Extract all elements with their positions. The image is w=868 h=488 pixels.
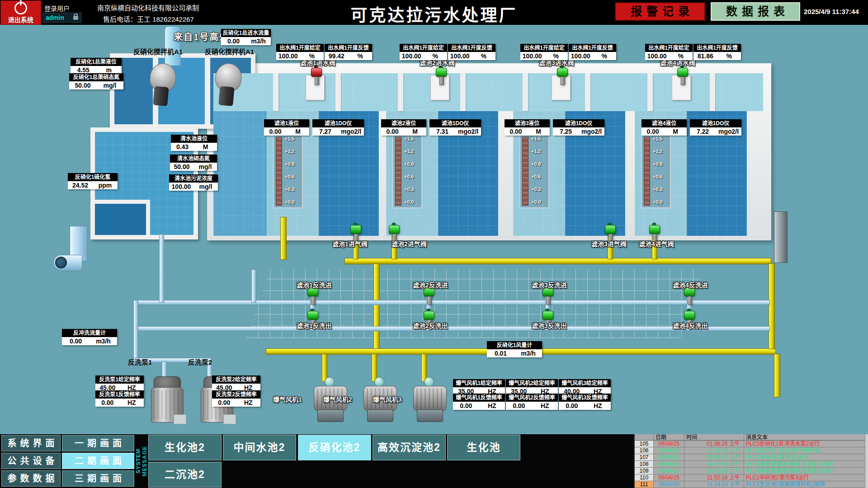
gauge-box: 爆气风机2反馈频率0.00HZ: [506, 394, 558, 410]
nav-phase-3[interactable]: 三期画面: [62, 470, 134, 487]
gauge-box[interactable]: 反洗泵1给定频率45.00HZ: [95, 375, 144, 392]
table-scrollbar[interactable]: [865, 434, 868, 488]
gauge-value-row: 0.00m3/h: [62, 337, 117, 345]
plant-label: 反硝化搅拌机A1: [205, 47, 254, 56]
gauge-box[interactable]: 出水阀1开度给定100.00%: [400, 44, 447, 60]
ruler-tick-label: +1.5: [285, 136, 302, 141]
gauge-box[interactable]: 出水阀1开度给定100.00%: [520, 44, 568, 60]
gauge-value-row: 50.00mg/l: [69, 81, 123, 89]
message-text: PLC1生化池2双曲面搅拌机2故障: [744, 481, 866, 488]
gauge-value: 100.00: [569, 52, 593, 60]
gauge-box[interactable]: 反洗泵2给定频率45.00HZ: [212, 375, 260, 392]
gauge-box[interactable]: 爆气风机2给定频率35.00HZ: [506, 379, 558, 395]
gauge-label: 爆气风机2反馈频率: [506, 394, 558, 402]
gauge-box[interactable]: 出水阀1开度给定100.00%: [645, 44, 693, 60]
valve-open-icon[interactable]: [307, 286, 318, 305]
message-time: 11:14:24 上午: [684, 481, 744, 488]
gauge-value-row: 0.00HZ: [453, 402, 505, 410]
gauge-box[interactable]: 出水阀1开度给定100.00%: [276, 44, 324, 60]
nav-phase-2[interactable]: 二期画面: [62, 453, 134, 469]
valve-closed-icon[interactable]: [311, 67, 322, 86]
valve-open-icon[interactable]: [557, 67, 568, 86]
gauge-value: 0.00: [506, 402, 532, 410]
plant-label: 滤池1反洗进: [297, 280, 332, 289]
nav-phase-1[interactable]: 一期画面: [62, 435, 134, 451]
denitrification-mixer-2[interactable]: [213, 62, 243, 108]
tab-row1-5[interactable]: 生化池: [447, 435, 520, 460]
message-row[interactable]: 10609/04/2501:42:45 上午PLC3反硝化1风机3排气阀开启: [635, 447, 866, 454]
gauge-value-row: 0.01m3/h: [487, 349, 542, 357]
gauge-unit: mgo2/l: [338, 127, 364, 136]
pipe-segment: [251, 269, 256, 303]
message-row[interactable]: 10509/04/2501:38:25 上午PLC3反硝化1反冲洗水泵2运行: [635, 441, 866, 447]
valve-body: [605, 225, 616, 234]
valve-open-icon[interactable]: [436, 67, 447, 86]
logout-label: 退出系统: [8, 15, 33, 24]
plant-scene: 来自1号高效澄清池反硝化搅拌机A1反硝化搅拌机A1滤池1进水阀滤池2进水阀滤池3…: [0, 0, 868, 488]
system-message-label: SYSTEM MESSAGE: [135, 434, 149, 488]
blower-valve-ball: [325, 377, 335, 387]
valve-knob: [354, 223, 357, 225]
message-table: 日期时间消息文本10509/04/2501:38:25 上午PLC3反硝化1反冲…: [634, 434, 866, 488]
gauge-value-row: 0.00HZ: [559, 402, 611, 410]
backwash-pump-1[interactable]: [147, 376, 186, 424]
gauge-unit: mgo2/l: [579, 127, 604, 136]
alarm-record-button[interactable]: 报警记录: [615, 2, 705, 21]
gauge-box: 出水阀1开度反馈99.42%: [325, 44, 372, 60]
gauge-box[interactable]: 爆气风机3给定频率40.00HZ: [559, 379, 611, 395]
gauge-value: 99.42: [325, 52, 349, 60]
ruler-tick-label: +0.0: [285, 199, 302, 205]
message-row[interactable]: 10709/04/2508:43:52 上午PLC1中间池2潜污泵2运行: [635, 454, 866, 461]
channel-divider: [273, 73, 278, 111]
gauge-box: 清水池污泥浓度100.00mg/l: [169, 174, 218, 191]
tab-row1-4[interactable]: 高效沉淀池2: [373, 435, 446, 460]
nav-left-3[interactable]: 参数数据: [1, 470, 61, 487]
plant-label: 反洗泵2: [188, 357, 212, 366]
logout-button[interactable]: 退出系统: [0, 0, 41, 25]
gauge-value-row: 0.00M: [505, 127, 550, 136]
gauge-unit: M: [287, 127, 309, 136]
valve-open-icon[interactable]: [684, 286, 695, 305]
gauge-unit: mgo2/l: [716, 127, 741, 136]
login-user-box[interactable]: admin: [42, 13, 81, 23]
valve-open-icon[interactable]: [424, 286, 434, 305]
nav-left-1[interactable]: 系统界面: [1, 435, 61, 451]
tab-row1-1[interactable]: 生化池2: [148, 435, 222, 460]
gauge-value-row[interactable]: 100.00%: [645, 52, 693, 60]
ruler-tick-label: +0.3: [653, 187, 670, 192]
gauge-value-row: 0.00M: [381, 127, 426, 136]
gauge-value-row[interactable]: 100.00%: [520, 52, 568, 60]
valve-open-icon[interactable]: [542, 286, 553, 305]
data-report-button[interactable]: 数据报表: [711, 2, 800, 21]
message-date: 09/04/25: [654, 454, 684, 461]
plant-label: 爆气风机2: [323, 394, 352, 404]
gauge-box: 反冲洗流量计0.00m3/h: [62, 329, 117, 345]
gauge-value-row[interactable]: 100.00%: [276, 52, 324, 60]
gauge-value-row: 100.00%: [569, 52, 616, 60]
message-row[interactable]: 10909/04/2510:15:56 上午PLC4高效澄清池2剩余污泥泵D3运…: [635, 468, 866, 474]
message-row[interactable]: 10809/04/2510:15:56 上午PLC4高效澄清池2剩余污泥泵C3运…: [635, 461, 866, 468]
tab-row2-1[interactable]: 二沉池2: [148, 462, 222, 488]
message-row[interactable]: 11109/04/2511:14:24 上午PLC1生化池2双曲面搅拌机2故障: [635, 481, 866, 488]
message-row-number: 107: [635, 454, 654, 461]
message-row[interactable]: 11009/04/2511:02:16 上午PLC1中间池2潜污泵3运行: [635, 474, 866, 481]
gauge-value-row[interactable]: 100.00%: [400, 52, 447, 60]
gauge-value-row: 0.00M: [264, 127, 309, 136]
gauge-box: 反硝化1总进水流量0.00m3/h: [221, 29, 271, 45]
denitrification-mixer-1[interactable]: [147, 62, 177, 108]
message-col-time: 时间: [684, 434, 744, 441]
valve-open-icon[interactable]: [677, 67, 688, 86]
gauge-box[interactable]: 爆气风机1给定频率35.00HZ: [453, 379, 505, 395]
valve-knob: [687, 309, 691, 311]
tab-row1-3[interactable]: 反硝化池2: [298, 435, 371, 460]
plant-label: 滤池1进气阀: [332, 239, 368, 248]
gauge-value: 0.43: [171, 143, 194, 151]
message-header-row: 日期时间消息文本: [635, 434, 866, 441]
nav-left-2[interactable]: 公共设备: [1, 453, 61, 469]
ruler-bar: [395, 137, 401, 206]
gauge-label: 反洗泵2反馈频率: [212, 390, 260, 399]
tab-row1-2[interactable]: 中间水池2: [223, 435, 296, 460]
gauge-value: 0.00: [453, 402, 479, 410]
message-text: PLC1中间池2潜污泵3运行: [744, 474, 866, 481]
aeration-blower-3[interactable]: [411, 380, 448, 423]
